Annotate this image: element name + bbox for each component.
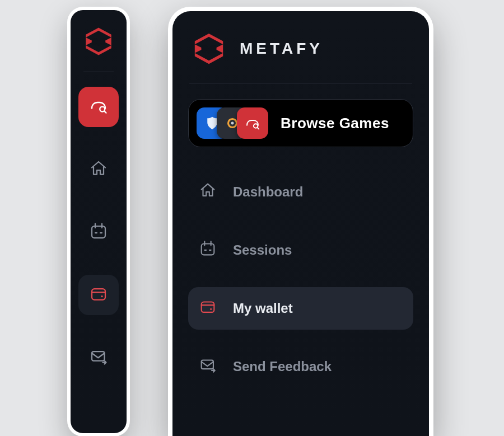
sidebar-expanded-inner: METAFY Browse Games (172, 11, 429, 436)
nav-item-dashboard[interactable]: Dashboard (188, 171, 413, 213)
brand-logo-icon (83, 26, 114, 57)
home-icon (198, 181, 217, 203)
svg-rect-9 (202, 302, 214, 312)
game-tile-stack (197, 107, 268, 139)
browse-games-label: Browse Games (281, 115, 389, 132)
nav-item-sessions[interactable]: Sessions (188, 229, 413, 271)
nav-item-feedback[interactable]: Send Feedback (188, 345, 413, 388)
svg-rect-11 (202, 360, 213, 369)
nav-item-wallet[interactable]: My wallet (188, 287, 413, 330)
wallet-icon (198, 297, 217, 320)
controller-search-icon (244, 115, 261, 132)
svg-point-6 (231, 122, 234, 125)
svg-rect-4 (92, 351, 105, 361)
sidebar-collapsed-inner (71, 10, 127, 433)
mail-icon (198, 355, 217, 378)
svg-rect-1 (92, 226, 105, 238)
brand-name: METAFY (240, 40, 323, 58)
rail-item-browse[interactable] (78, 87, 119, 127)
primary-nav: Dashboard Sessions My wallet (188, 171, 413, 388)
home-icon (88, 158, 109, 181)
nav-item-label: Sessions (233, 242, 403, 258)
divider (189, 83, 412, 83)
brand: METAFY (192, 31, 413, 66)
sidebar-expanded: METAFY Browse Games (168, 7, 433, 436)
rail-item-dashboard[interactable] (78, 149, 119, 190)
mail-icon (88, 346, 109, 369)
wallet-icon (88, 284, 109, 306)
svg-rect-8 (202, 244, 214, 255)
game-tile (237, 107, 268, 139)
svg-rect-2 (92, 289, 105, 300)
nav-item-label: Dashboard (233, 184, 403, 200)
nav-item-label: My wallet (233, 301, 403, 316)
controller-search-icon (88, 96, 109, 118)
brand-logo-icon (192, 31, 226, 66)
rail-item-feedback[interactable] (78, 337, 119, 378)
rail-item-wallet[interactable] (78, 275, 119, 315)
svg-point-10 (210, 308, 212, 310)
nav-item-label: Send Feedback (233, 359, 403, 374)
rail-item-sessions[interactable] (78, 212, 119, 252)
sidebar-collapsed (67, 7, 130, 436)
calendar-icon (88, 221, 109, 243)
svg-point-3 (101, 296, 102, 297)
calendar-icon (198, 239, 217, 261)
browse-games-button[interactable]: Browse Games (188, 99, 413, 147)
divider (83, 72, 114, 72)
